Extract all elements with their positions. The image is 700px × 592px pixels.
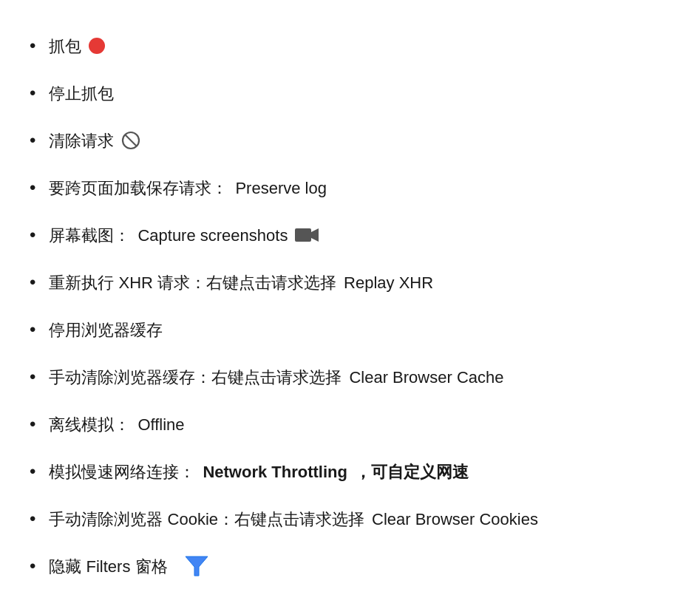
list-item-stop-capture: 停止抓包 bbox=[30, 69, 670, 117]
svg-rect-2 bbox=[295, 228, 311, 242]
list-item-replay-xhr: 重新执行 XHR 请求：右键点击请求选择 Replay XHR bbox=[30, 259, 670, 306]
svg-marker-3 bbox=[311, 228, 319, 242]
clear-cookies-english: Clear Browser Cookies bbox=[372, 507, 538, 531]
svg-marker-4 bbox=[186, 557, 208, 576]
throttling-chinese: 模拟慢速网络连接： bbox=[49, 460, 195, 484]
capture-screenshots-english: Capture screenshots bbox=[137, 223, 288, 248]
list-item-throttling: 模拟慢速网络连接： Network Throttling ，可自定义网速 bbox=[30, 448, 670, 495]
clear-cache-english: Clear Browser Cache bbox=[349, 365, 503, 389]
list-item-capture: 抓包 bbox=[30, 22, 670, 69]
capture-label: 抓包 bbox=[49, 34, 81, 58]
throttling-english: Network Throttling bbox=[203, 460, 347, 484]
list-item-capture-screenshots: 屏幕截图： Capture screenshots bbox=[30, 211, 670, 259]
hide-filters-label: 隐藏 Filters 窗格 bbox=[49, 554, 167, 579]
filter-icon bbox=[184, 554, 209, 579]
list-item-offline: 离线模拟： Offline bbox=[30, 401, 670, 448]
feature-list: 抓包 停止抓包 清除请求 要跨页面加载保存请求： Preserve log bbox=[30, 22, 670, 592]
list-item-clear-requests: 清除请求 bbox=[30, 117, 670, 164]
replay-xhr-chinese: 重新执行 XHR 请求：右键点击请求选择 bbox=[49, 271, 336, 295]
throttling-suffix: ，可自定义网速 bbox=[355, 460, 469, 484]
preserve-log-english: Preserve log bbox=[235, 176, 327, 200]
no-symbol-icon bbox=[121, 131, 140, 150]
clear-cookies-chinese: 手动清除浏览器 Cookie：右键点击请求选择 bbox=[49, 507, 364, 531]
capture-screenshots-chinese: 屏幕截图： bbox=[49, 223, 130, 248]
svg-line-1 bbox=[125, 135, 137, 146]
offline-chinese: 离线模拟： bbox=[49, 412, 130, 437]
list-item-clear-cookies: 手动清除浏览器 Cookie：右键点击请求选择 Clear Browser Co… bbox=[30, 495, 670, 542]
clear-cache-chinese: 手动清除浏览器缓存：右键点击请求选择 bbox=[49, 365, 341, 389]
offline-english: Offline bbox=[137, 412, 184, 437]
list-item-hide-filters: 隐藏 Filters 窗格 bbox=[30, 542, 670, 590]
list-item-preserve-log: 要跨页面加载保存请求： Preserve log bbox=[30, 164, 670, 211]
camera-icon bbox=[295, 226, 319, 244]
red-circle-icon bbox=[89, 38, 105, 54]
clear-requests-label: 清除请求 bbox=[49, 129, 114, 153]
preserve-log-chinese: 要跨页面加载保存请求： bbox=[49, 176, 228, 200]
replay-xhr-english: Replay XHR bbox=[344, 271, 433, 295]
list-item-clear-cache: 手动清除浏览器缓存：右键点击请求选择 Clear Browser Cache bbox=[30, 353, 670, 401]
stop-capture-label: 停止抓包 bbox=[49, 81, 114, 106]
list-item-disable-cache: 停用浏览器缓存 bbox=[30, 306, 670, 353]
disable-cache-label: 停用浏览器缓存 bbox=[49, 318, 163, 342]
